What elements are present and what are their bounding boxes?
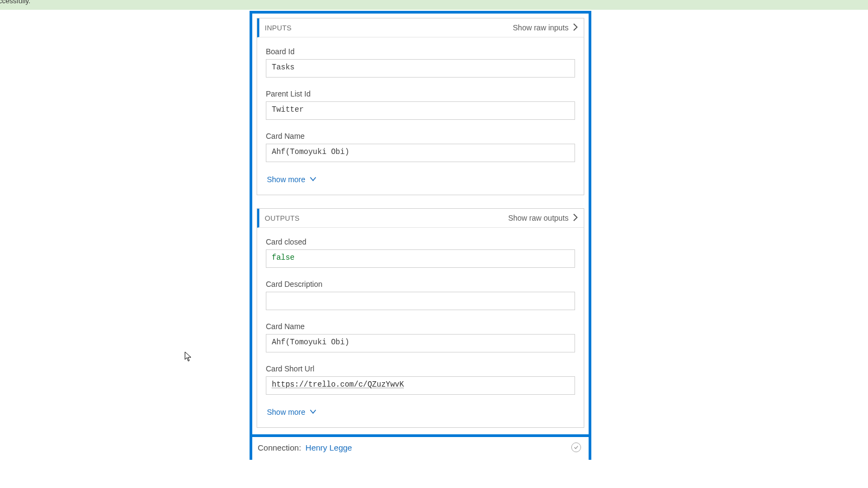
card-short-url-link[interactable]: https://trello.com/c/QZuzYwvK — [272, 380, 404, 389]
success-banner-text: uccessfully. — [0, 0, 30, 5]
chevron-down-icon — [310, 408, 316, 416]
outputs-title: OUTPUTS — [265, 214, 299, 222]
connection-footer: Connection: Henry Legge — [252, 437, 589, 460]
inputs-show-more-label: Show more — [267, 175, 305, 184]
outputs-header: OUTPUTS Show raw outputs — [257, 209, 584, 228]
inputs-section: INPUTS Show raw inputs Board Id Tasks Pa… — [257, 18, 584, 195]
value-parent-list-id[interactable]: Twitter — [266, 101, 575, 120]
label-board-id: Board Id — [266, 47, 575, 56]
field-card-closed: Card closed false — [266, 237, 575, 268]
inputs-fields: Board Id Tasks Parent List Id Twitter Ca… — [257, 37, 584, 195]
show-raw-inputs-link[interactable]: Show raw inputs — [513, 23, 578, 33]
outputs-section: OUTPUTS Show raw outputs Card closed fal… — [257, 208, 584, 428]
connection-left: Connection: Henry Legge — [258, 443, 352, 452]
connection-status-icon — [571, 442, 581, 452]
value-card-short-url[interactable]: https://trello.com/c/QZuzYwvK — [266, 376, 575, 395]
label-card-short-url: Card Short Url — [266, 364, 575, 373]
show-raw-outputs-link[interactable]: Show raw outputs — [508, 214, 578, 223]
field-card-name-in: Card Name Ahf(Tomoyuki Obi) — [266, 132, 575, 162]
field-board-id: Board Id Tasks — [266, 47, 575, 78]
outputs-fields: Card closed false Card Description Card … — [257, 228, 584, 427]
inputs-header: INPUTS Show raw inputs — [257, 18, 584, 37]
outputs-show-more[interactable]: Show more — [267, 408, 316, 416]
value-card-closed[interactable]: false — [266, 249, 575, 268]
cursor-icon — [184, 351, 192, 362]
value-board-id[interactable]: Tasks — [266, 59, 575, 78]
chevron-right-icon — [573, 23, 578, 33]
success-banner: uccessfully. — [0, 0, 868, 10]
label-card-closed: Card closed — [266, 237, 575, 246]
field-card-description: Card Description — [266, 280, 575, 310]
outputs-show-more-label: Show more — [267, 408, 305, 416]
label-card-name-out: Card Name — [266, 322, 575, 331]
field-card-short-url: Card Short Url https://trello.com/c/QZuz… — [266, 364, 575, 395]
show-raw-inputs-label: Show raw inputs — [513, 23, 569, 32]
label-card-name-in: Card Name — [266, 132, 575, 140]
value-card-name-out[interactable]: Ahf(Tomoyuki Obi) — [266, 334, 575, 352]
field-card-name-out: Card Name Ahf(Tomoyuki Obi) — [266, 322, 575, 352]
label-card-description: Card Description — [266, 280, 575, 288]
label-parent-list-id: Parent List Id — [266, 89, 575, 98]
chevron-down-icon — [310, 175, 316, 184]
connection-label: Connection: — [258, 443, 301, 452]
show-raw-outputs-label: Show raw outputs — [508, 214, 569, 222]
inputs-show-more[interactable]: Show more — [267, 175, 316, 184]
value-card-name-in[interactable]: Ahf(Tomoyuki Obi) — [266, 144, 575, 162]
field-parent-list-id: Parent List Id Twitter — [266, 89, 575, 120]
value-card-description[interactable] — [266, 292, 575, 310]
connection-name-link[interactable]: Henry Legge — [305, 443, 352, 452]
run-details-body: INPUTS Show raw inputs Board Id Tasks Pa… — [252, 14, 589, 437]
inputs-title: INPUTS — [265, 24, 291, 32]
chevron-right-icon — [573, 214, 578, 223]
run-details-card: INPUTS Show raw inputs Board Id Tasks Pa… — [250, 11, 591, 460]
